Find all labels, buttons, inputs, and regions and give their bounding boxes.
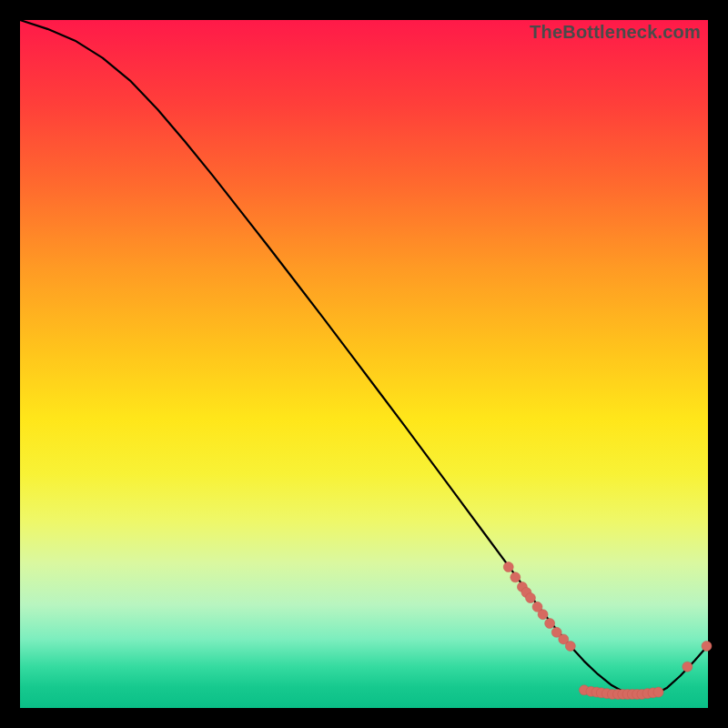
- scatter-point: [545, 619, 555, 629]
- scatter-point: [682, 662, 693, 672]
- scatter-point: [503, 562, 513, 572]
- scatter-point: [511, 572, 521, 582]
- scatter-point: [653, 687, 663, 697]
- chart-svg: [20, 20, 708, 708]
- chart-frame: TheBottleneck.com: [0, 0, 728, 728]
- scatter-markers: [503, 562, 712, 700]
- bottleneck-curve: [20, 20, 708, 697]
- scatter-point: [525, 593, 535, 603]
- scatter-point: [702, 641, 712, 651]
- scatter-point: [565, 641, 575, 651]
- scatter-point: [538, 610, 548, 620]
- plot-area: TheBottleneck.com: [20, 20, 708, 708]
